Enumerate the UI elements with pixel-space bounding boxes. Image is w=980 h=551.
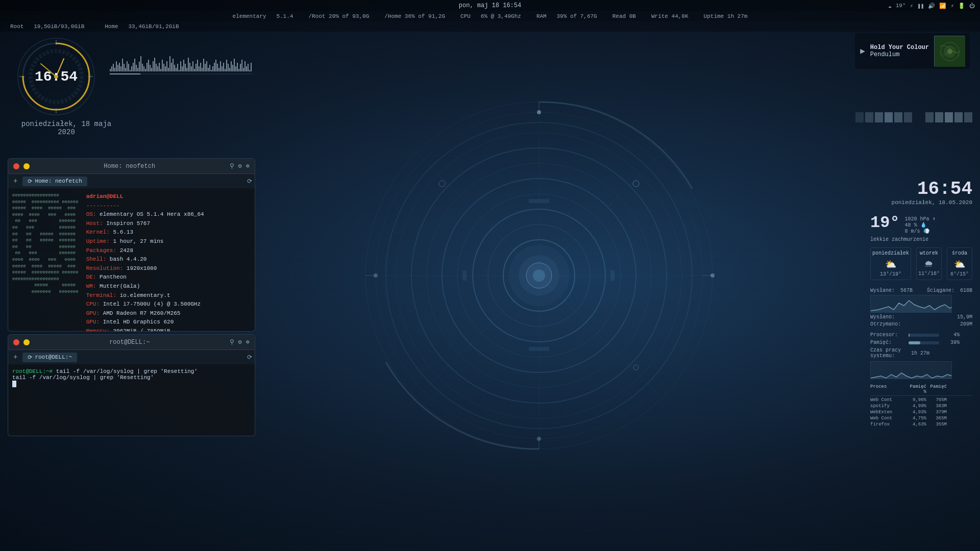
network-icon[interactable]: ⚡ [950, 3, 954, 9]
svg-rect-121 [226, 60, 227, 71]
svg-rect-125 [232, 65, 233, 71]
svg-rect-80 [163, 64, 164, 71]
weather-day-2: wtorek 🌧 11°/16° [916, 247, 942, 280]
term-root-gear-icon[interactable]: ⚙ [238, 338, 242, 346]
nf-uptime: Uptime: 1 hour, 27 mins [86, 237, 255, 246]
term-neofetch-tabs: + ⟳ Home: neofetch ⟳ [8, 174, 255, 188]
music-play-button[interactable]: ▶ [860, 46, 865, 56]
term-add-tab[interactable]: + [11, 177, 20, 185]
expand-icon[interactable]: ⊕ [246, 162, 250, 170]
statsbar: elementary 5.1.4 /Root 20% of 93,0G /Hom… [0, 11, 980, 21]
term-root-search-icon[interactable]: ⚲ [230, 338, 234, 346]
svg-rect-70 [148, 60, 149, 71]
svg-rect-91 [180, 61, 181, 71]
proc-row-4: firefox 4,63% 355M [870, 422, 972, 427]
term-root-body: root@DELL:~# tail -f /var/log/syslog | g… [8, 364, 255, 391]
svg-rect-57 [128, 64, 129, 71]
term-refresh-icon[interactable]: ⟳ [247, 178, 252, 185]
svg-rect-106 [203, 59, 204, 71]
svg-rect-88 [176, 68, 177, 71]
svg-rect-66 [142, 64, 143, 71]
nf-user-line: adrian@DELL [86, 192, 255, 202]
svg-rect-59 [131, 66, 132, 71]
svg-rect-107 [205, 64, 206, 71]
svg-rect-136 [249, 70, 250, 71]
svg-rect-85 [171, 63, 172, 71]
topbar-datetime: pon, maj 18 16:54 [459, 2, 521, 9]
svg-rect-64 [139, 62, 140, 71]
svg-rect-49 [116, 61, 117, 71]
svg-rect-46 [111, 66, 112, 71]
svg-rect-115 [217, 64, 218, 71]
svg-rect-100 [194, 69, 195, 71]
term-root-close-dot[interactable] [13, 339, 19, 345]
svg-rect-130 [240, 64, 241, 71]
weather-day-1-icon: ⛅ [872, 259, 909, 270]
terminal-root[interactable]: root@DELL:~ ⚲ ⚙ ⊕ + ⟳ root@DELL:~ ⟳ root… [8, 334, 255, 436]
wifi-icon[interactable]: 📶 [939, 3, 946, 9]
nf-packages: Packages: 2428 [86, 246, 255, 256]
term-close-dot[interactable] [13, 163, 19, 169]
term-root-add-tab[interactable]: + [11, 353, 20, 361]
nf-os: OS: elementary OS 5.1.4 Hera x86_64 [86, 210, 255, 219]
volume-icon[interactable]: 🔊 [928, 3, 935, 9]
svg-point-33 [533, 269, 545, 282]
svg-rect-73 [153, 61, 154, 71]
svg-rect-23 [462, 270, 467, 281]
term-root-cursor-line [12, 381, 251, 387]
stat-write: Write 44,8K [651, 13, 689, 19]
svg-rect-58 [130, 70, 131, 71]
term-minimize-dot[interactable] [23, 163, 30, 169]
res-cpu-bar [909, 334, 939, 337]
term-root-actions: ⚲ ⚙ ⊕ [230, 338, 250, 346]
audio-icon[interactable]: ❚❚ [917, 3, 924, 9]
net-graph [870, 295, 952, 313]
weather-days: poniedziałek ⛅ 13°/19° wtorek 🌧 11°/16° … [870, 247, 972, 280]
term-root-command-line: root@DELL:~# tail -f /var/log/syslog | g… [12, 368, 251, 374]
svg-rect-128 [237, 63, 238, 71]
term-root-expand-icon[interactable]: ⊕ [246, 338, 250, 346]
nf-kernel: Kernel: 5.6.13 [86, 228, 255, 237]
svg-rect-127 [235, 66, 236, 71]
nf-host: Host: Inspiron 5767 [86, 219, 255, 229]
term-root-tab[interactable]: ⟳ root@DELL:~ [22, 353, 77, 362]
svg-rect-119 [223, 63, 224, 71]
right-panel: 16:54 poniedziałek, 18.05.2020 19° 1020 … [870, 179, 972, 428]
net-recv-row: Otrzymano: 209M [870, 321, 972, 327]
svg-rect-132 [243, 68, 244, 71]
svg-rect-50 [117, 65, 118, 71]
svg-rect-21 [529, 199, 549, 203]
clock-widget: 16:54 poniedziałek, 18 maja 2020 [15, 36, 117, 136]
weather-pressure: 1020 hPa ⬆ [905, 216, 936, 222]
svg-rect-55 [125, 68, 126, 71]
weather-day-3-icon: ⛅ [949, 259, 970, 270]
svg-rect-74 [154, 58, 155, 71]
topbar-date-time: pon, maj 18 16:54 [459, 2, 521, 9]
svg-point-26 [537, 437, 541, 441]
res-mem-bar [909, 341, 939, 344]
weather-icon-top[interactable]: ☁ [888, 3, 892, 9]
term-root-minimize-dot[interactable] [23, 339, 30, 345]
terminal-neofetch[interactable]: Home: neofetch ⚲ ⚙ ⊕ + ⟳ Home: neofetch … [8, 158, 255, 332]
svg-rect-63 [137, 68, 138, 71]
svg-rect-108 [206, 61, 207, 71]
term-root-titlebar: root@DELL:~ ⚲ ⚙ ⊕ [8, 335, 255, 350]
music-player: ▶ Hold Your Colour Pendulum [855, 33, 970, 69]
svg-rect-104 [200, 63, 201, 71]
term-neofetch-title: Home: neofetch [34, 163, 226, 170]
svg-rect-48 [114, 68, 115, 71]
term-neofetch-tab[interactable]: ⟳ Home: neofetch [22, 177, 87, 186]
power-icon[interactable]: ⏻ [969, 3, 975, 9]
svg-rect-99 [192, 61, 193, 71]
search-icon[interactable]: ⚲ [230, 162, 234, 170]
gear-icon[interactable]: ⚙ [238, 162, 242, 170]
term-root-refresh-icon[interactable]: ⟳ [247, 354, 252, 361]
battery-icon[interactable]: 🔋 [958, 3, 965, 9]
svg-rect-77 [159, 63, 160, 71]
term-root-tabs: + ⟳ root@DELL:~ ⟳ [8, 350, 255, 364]
sys-resources: Procesor: 4% Pamięć: 39% Czas pracy syst… [870, 332, 972, 359]
svg-rect-116 [218, 68, 219, 71]
res-cpu-row: Procesor: 4% [870, 332, 972, 338]
svg-rect-105 [202, 68, 203, 71]
svg-rect-94 [185, 64, 186, 71]
